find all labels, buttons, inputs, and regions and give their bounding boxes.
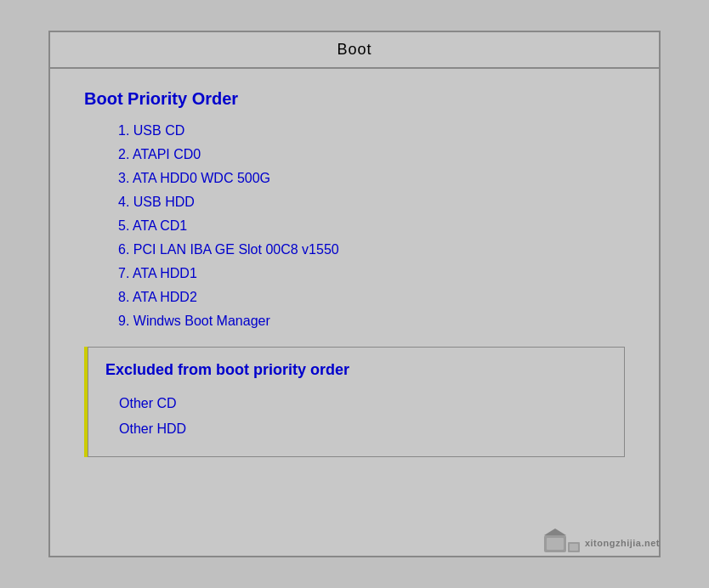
excluded-container: Excluded from boot priority order Other … <box>88 347 625 457</box>
content-area: Boot Priority Order 1. USB CD 2. ATAPI C… <box>50 69 659 556</box>
boot-item-6[interactable]: 6. PCI LAN IBA GE Slot 00C8 v1550 <box>118 238 625 262</box>
boot-priority-title: Boot Priority Order <box>84 89 625 109</box>
window-title: Boot <box>337 41 372 58</box>
excluded-item-other-hdd[interactable]: Other HDD <box>119 416 607 442</box>
boot-item-2[interactable]: 2. ATAPI CD0 <box>118 143 625 167</box>
excluded-section: Excluded from boot priority order Other … <box>84 347 625 457</box>
boot-priority-list: 1. USB CD 2. ATAPI CD0 3. ATA HDD0 WDC 5… <box>84 119 625 333</box>
svg-marker-2 <box>544 529 566 535</box>
excluded-item-other-hdd-label[interactable]: Other HDD <box>119 421 186 436</box>
boot-item-1[interactable]: 1. USB CD <box>118 119 625 143</box>
boot-item-9[interactable]: 9. Windws Boot Manager <box>118 309 625 333</box>
watermark-text: xitongzhijia.net <box>585 538 660 548</box>
boot-item-5[interactable]: 5. ATA CD1 <box>118 214 625 238</box>
excluded-title: Excluded from boot priority order <box>105 361 607 379</box>
excluded-list: Other CD Other HDD <box>105 391 607 443</box>
boot-item-7[interactable]: 7. ATA HDD1 <box>118 262 625 286</box>
boot-item-4[interactable]: 4. USB HDD <box>118 190 625 214</box>
excluded-item-other-cd-label[interactable]: Other CD <box>119 396 177 410</box>
watermark-icon <box>544 529 580 557</box>
svg-rect-4 <box>570 544 578 551</box>
title-bar: Boot <box>50 32 659 69</box>
watermark: xitongzhijia.net <box>544 529 660 557</box>
boot-item-8[interactable]: 8. ATA HDD2 <box>118 286 625 309</box>
bios-window: Boot Boot Priority Order 1. USB CD 2. AT… <box>48 31 661 557</box>
svg-rect-1 <box>547 538 564 550</box>
boot-item-3[interactable]: 3. ATA HDD0 WDC 500G <box>118 167 625 190</box>
excluded-item-other-cd[interactable]: Other CD <box>119 391 607 416</box>
